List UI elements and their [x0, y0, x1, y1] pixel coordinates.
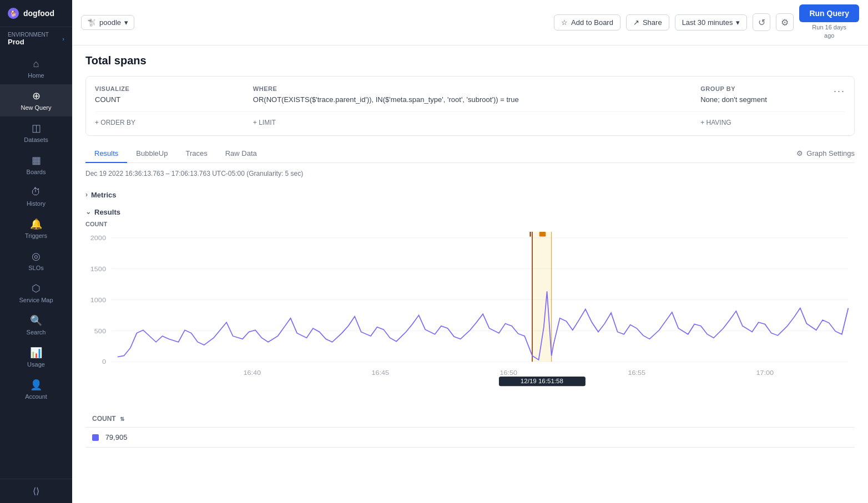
sidebar-item-usage[interactable]: 📊 Usage — [0, 341, 72, 373]
results-label: Results — [94, 208, 120, 216]
run-info: Run 16 days ago — [812, 23, 846, 40]
topbar-actions: ☆ Add to Board ↗ Share Last 30 minutes ▾… — [554, 4, 859, 40]
history-icon: ⏱ — [31, 186, 41, 198]
env-selector-label: poodle — [99, 18, 121, 27]
tab-results[interactable]: Results — [85, 145, 127, 163]
sidebar-item-label: Service Map — [19, 297, 53, 303]
series-color-dot — [92, 434, 99, 441]
content-area: Total spans VISUALIZE COUNT WHERE OR(NOT… — [72, 45, 868, 503]
results-tabs: Results BubbleUp Traces Raw Data ⚙ Graph… — [85, 145, 855, 163]
share-icon: ↗ — [633, 18, 639, 27]
share-label: Share — [643, 18, 662, 27]
add-limit-button[interactable]: + LIMIT — [253, 119, 687, 126]
sidebar-item-search[interactable]: 🔍 Search — [0, 309, 72, 341]
refresh-button[interactable]: ↺ — [753, 13, 770, 31]
sidebar-item-account[interactable]: 👤 Account — [0, 373, 72, 405]
sidebar-item-home[interactable]: ⌂ Home — [0, 53, 72, 84]
results-section: ⌄ Results COUNT 2000 1500 — [85, 204, 855, 448]
svg-text:17:00: 17:00 — [756, 369, 774, 376]
time-range-selector[interactable]: Last 30 minutes ▾ — [675, 14, 748, 31]
sidebar-item-boards[interactable]: ▦ Boards — [0, 149, 72, 181]
poodle-icon: 🐩 — [87, 18, 96, 27]
query-builder: VISUALIZE COUNT WHERE OR(NOT(EXISTS($'tr… — [85, 76, 855, 136]
metrics-chevron-icon: › — [85, 191, 88, 199]
visualize-value[interactable]: COUNT — [95, 95, 240, 104]
env-selector-button[interactable]: 🐩 poodle ▾ — [81, 15, 134, 30]
run-query-section: Run Query Run 16 days ago — [799, 4, 859, 40]
datasets-icon: ◫ — [32, 122, 41, 134]
add-to-board-label: Add to Board — [571, 18, 613, 27]
run-query-button[interactable]: Run Query — [799, 4, 859, 22]
sidebar-nav: ⌂ Home⊕ New Query◫ Datasets▦ Boards⏱ His… — [0, 50, 72, 479]
svg-text:16:40: 16:40 — [243, 369, 261, 376]
where-label: WHERE — [253, 85, 687, 92]
svg-text:2000: 2000 — [90, 234, 106, 241]
metrics-label: Metrics — [91, 191, 117, 199]
env-selector-chevron: ▾ — [124, 18, 128, 27]
sidebar-item-label: Triggers — [25, 232, 47, 239]
sidebar-item-service-map[interactable]: ⬡ Service Map — [0, 277, 72, 309]
results-section-header[interactable]: ⌄ Results — [85, 204, 855, 221]
sidebar-item-label: New Query — [21, 104, 51, 111]
tab-bubbleup[interactable]: BubbleUp — [127, 145, 176, 163]
search-icon: 🔍 — [30, 314, 42, 327]
time-range-label: Last 30 minutes — [682, 18, 733, 27]
graph-settings-label: Graph Settings — [806, 149, 855, 157]
sidebar-item-label: Search — [27, 329, 46, 336]
sidebar-item-label: History — [27, 200, 46, 207]
topbar: 🐩 poodle ▾ ☆ Add to Board ↗ Share Last 3… — [72, 0, 868, 45]
share-button[interactable]: ↗ Share — [626, 14, 669, 31]
usage-icon: 📊 — [30, 347, 42, 359]
time-range-info: Dec 19 2022 16:36:13.763 – 17:06:13.763 … — [85, 170, 855, 177]
count-value: 79,905 — [105, 433, 128, 441]
add-to-board-button[interactable]: ☆ Add to Board — [554, 14, 620, 31]
env-name: Prod — [8, 38, 49, 46]
more-options-button[interactable]: ··· — [834, 85, 845, 97]
sidebar-item-slos[interactable]: ◎ SLOs — [0, 245, 72, 277]
star-icon: ☆ — [561, 18, 568, 27]
app-name: dogfood — [23, 9, 54, 18]
graph-settings-button[interactable]: ⚙ Graph Settings — [796, 149, 855, 157]
account-icon: 👤 — [30, 379, 42, 391]
app-logo[interactable]: 🐕 dogfood — [0, 0, 72, 27]
sidebar-item-history[interactable]: ⏱ History — [0, 181, 72, 212]
table-row: 79,905 — [85, 427, 855, 447]
sidebar-collapse-button[interactable]: ⟨⟩ — [0, 481, 72, 501]
visualize-col: VISUALIZE COUNT — [95, 85, 240, 104]
svg-text:12/19 16:51:58: 12/19 16:51:58 — [521, 378, 563, 384]
sidebar-item-triggers[interactable]: 🔔 Triggers — [0, 212, 72, 245]
new-query-icon: ⊕ — [32, 90, 41, 102]
visualize-label: VISUALIZE — [95, 85, 240, 92]
sidebar-item-new-query[interactable]: ⊕ New Query — [0, 84, 72, 116]
svg-text:16:50: 16:50 — [499, 369, 517, 376]
chart-area[interactable]: 2000 1500 1000 500 0 16:40 16:45 — [85, 232, 855, 393]
environment-selector[interactable]: ENVIRONMENT Prod › — [0, 27, 72, 50]
sidebar-item-label: SLOs — [28, 265, 44, 271]
settings-button[interactable]: ⚙ — [776, 13, 794, 31]
home-icon: ⌂ — [33, 58, 39, 70]
sidebar-item-label: Usage — [27, 361, 45, 368]
tab-raw-data[interactable]: Raw Data — [216, 145, 266, 163]
sidebar-item-label: Boards — [27, 169, 46, 175]
where-value[interactable]: OR(NOT(EXISTS($'trace.parent_id')), IN($… — [253, 95, 687, 104]
main-content: 🐩 poodle ▾ ☆ Add to Board ↗ Share Last 3… — [72, 0, 868, 503]
tab-traces[interactable]: Traces — [176, 145, 216, 163]
svg-text:0: 0 — [102, 358, 106, 365]
add-having-button[interactable]: + HAVING — [700, 119, 845, 126]
count-column-header[interactable]: COUNT ⇅ — [85, 410, 855, 428]
query-main-row: VISUALIZE COUNT WHERE OR(NOT(EXISTS($'tr… — [95, 85, 845, 104]
sidebar-bottom: ⟨⟩ — [0, 479, 72, 503]
service-map-icon: ⬡ — [32, 282, 41, 294]
sidebar-item-datasets[interactable]: ◫ Datasets — [0, 116, 72, 149]
sidebar: 🐕 dogfood ENVIRONMENT Prod › ⌂ Home⊕ New… — [0, 0, 72, 503]
boards-icon: ▦ — [32, 154, 41, 166]
metrics-section-header[interactable]: › Metrics — [85, 186, 855, 204]
page-title: Total spans — [85, 54, 855, 67]
svg-rect-22 — [539, 232, 546, 237]
sidebar-item-label: Home — [28, 72, 44, 79]
triggers-icon: 🔔 — [30, 218, 42, 230]
sort-icon: ⇅ — [120, 416, 124, 422]
svg-text:1000: 1000 — [90, 296, 106, 303]
group-by-value[interactable]: None; don't segment — [700, 95, 845, 104]
add-order-by-button[interactable]: + ORDER BY — [95, 119, 240, 126]
